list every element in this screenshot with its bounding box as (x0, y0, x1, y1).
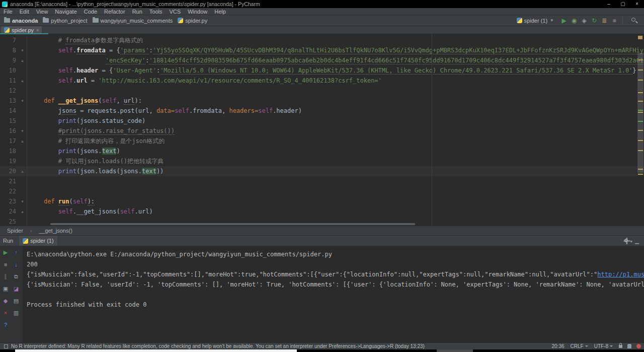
code-line-13[interactable]: 13▾ def __get_jsons(self, url): (0, 96, 644, 106)
vertical-scrollbar-thumb[interactable] (637, 53, 643, 173)
code-line-20[interactable]: 20▴ print(json.loads(jsons.text)) (0, 166, 644, 176)
console-link[interactable]: http://p1.music.126.net/Ver (597, 271, 644, 278)
code-line-8[interactable]: 8▾ self.fromdata = {'params':'YjS5yoSSOq… (0, 45, 644, 55)
stripe-mark[interactable] (638, 110, 643, 111)
encoding-widget[interactable]: UTF-8 (594, 343, 613, 349)
fold-down-icon[interactable]: ▾ (18, 96, 27, 106)
gear-icon[interactable]: ▼ (623, 238, 630, 244)
show-console-icon[interactable]: ▣ (2, 285, 10, 293)
stripe-mark[interactable] (638, 101, 643, 102)
help-icon[interactable]: ? (2, 321, 10, 329)
console-output[interactable]: E:\anaconda\python.exe E:/anaconda/pytho… (24, 246, 644, 342)
menu-item-tools[interactable]: Tools (146, 9, 166, 15)
menu-item-view[interactable]: View (33, 9, 52, 15)
line-number[interactable]: 7 (0, 35, 18, 45)
code-line-9[interactable]: 9▴ 'encSecKey':'18814e5f4cff52d9083596b6… (0, 55, 644, 65)
line-number[interactable]: 13 (0, 96, 18, 106)
line-number[interactable]: 10 (0, 65, 18, 76)
inspection-indicator[interactable] (638, 36, 642, 39)
line-separator-widget[interactable]: CRLF (571, 343, 588, 349)
attach-debugger-icon[interactable]: ◆ (2, 297, 10, 305)
debug-button[interactable]: ◉ (569, 16, 579, 26)
concurrency-diagram-button[interactable]: ≣ (599, 16, 609, 26)
close-button[interactable]: × (630, 0, 644, 8)
fold-up-icon[interactable]: ▴ (18, 206, 27, 217)
fold-down-icon[interactable]: ▾ (18, 45, 27, 55)
fold-down-icon[interactable]: ▾ (18, 196, 27, 206)
fold-up-icon[interactable]: ▴ (18, 55, 27, 65)
line-number[interactable]: 24 (0, 206, 18, 217)
stop-icon[interactable]: ■ (2, 260, 10, 268)
run-config-selector[interactable]: spider (1) ▼ (517, 18, 554, 24)
code-line-18[interactable]: 18 print(jsons.text) (0, 146, 644, 156)
stripe-mark[interactable] (638, 121, 643, 122)
code-line-19[interactable]: 19 # 可以用json.loads()把他转成字典 (0, 156, 644, 166)
line-number[interactable]: 8 (0, 45, 18, 55)
stripe-mark[interactable] (638, 112, 643, 113)
menu-item-edit[interactable]: Edit (16, 9, 33, 15)
code-line-14[interactable]: 14 jsons = requests.post(url, data=self.… (0, 106, 644, 116)
menu-item-code[interactable]: Code (80, 9, 101, 15)
hector-highlighting-icon[interactable] (627, 344, 631, 348)
notification-badge[interactable] (636, 344, 641, 348)
line-number[interactable]: 25 (0, 217, 18, 226)
line-number[interactable]: 21 (0, 176, 18, 186)
code-line-16[interactable]: 16▾ #print(jsons.raise_for_status()) (0, 126, 644, 136)
rerun-icon[interactable]: ▶ (2, 248, 10, 256)
maximize-button[interactable]: ▢ (616, 0, 630, 8)
line-number[interactable]: 16 (0, 126, 18, 136)
line-number[interactable]: 9 (0, 55, 18, 65)
menu-item-file[interactable]: File (0, 9, 16, 15)
code-line-11[interactable]: 11▴ self.url = 'http://music.163.com/wea… (0, 76, 644, 86)
fold-up-icon[interactable]: ▴ (18, 76, 27, 86)
minimize-button[interactable]: – (602, 0, 616, 8)
hide-tool-window-icon[interactable]: ▁ (635, 238, 639, 244)
fold-down-icon[interactable]: ▾ (18, 126, 27, 136)
line-number[interactable]: 11 (0, 76, 18, 86)
code-line-17[interactable]: 17▴ # 打印返回来的内容，是个json格式的 (0, 136, 644, 146)
run-button[interactable]: ▶ (559, 16, 569, 26)
pin-tab-icon[interactable]: ◪ (12, 285, 20, 293)
menu-item-window[interactable]: Window (184, 9, 211, 15)
code-line-7[interactable]: 7 # fromdata参数是字典格式的 (0, 35, 644, 45)
line-number[interactable]: 15 (0, 116, 18, 126)
print-icon[interactable]: ▤ (12, 297, 20, 305)
profiler-button[interactable]: ↻ (589, 16, 599, 26)
status-message[interactable]: No R interpreter defined: Many R related… (11, 343, 425, 349)
line-number[interactable]: 18 (0, 146, 18, 156)
stripe-mark[interactable] (638, 80, 643, 81)
horizontal-scrollbar-thumb[interactable] (50, 223, 415, 225)
lock-icon[interactable] (619, 345, 622, 348)
breadcrumb-item-anaconda[interactable]: anaconda (4, 18, 38, 24)
code-line-10[interactable]: 10 self.header = {'User-Agent':'Mozilla/… (0, 65, 644, 76)
breadcrumb-method[interactable]: __get_jsons() (39, 228, 72, 234)
breadcrumb-item-python_project[interactable]: python_project (43, 18, 87, 24)
clear-all-icon[interactable]: ▥ (12, 309, 20, 317)
code-editor[interactable]: 7 # fromdata参数是字典格式的8▾ self.fromdata = {… (0, 34, 644, 226)
stop-button[interactable]: ■ (609, 16, 619, 26)
stripe-mark[interactable] (638, 140, 643, 141)
line-number[interactable]: 12 (0, 86, 18, 96)
menu-item-refactor[interactable]: Refactor (101, 9, 129, 15)
pause-output-icon[interactable]: ∥ (2, 272, 10, 280)
line-number[interactable]: 20 (0, 166, 18, 176)
tab-spider-py[interactable]: spider.py × (1, 26, 42, 34)
menu-item-navigate[interactable]: Navigate (51, 9, 80, 15)
code-line-12[interactable]: 12 (0, 86, 644, 96)
caret-position-widget[interactable]: 20:36 (552, 343, 565, 349)
restore-layout-icon[interactable]: ⧉ (12, 272, 20, 280)
breadcrumb-class[interactable]: Spider (7, 228, 23, 234)
breadcrumb-item-spider.py[interactable]: spider.py (178, 18, 207, 24)
code-line-21[interactable]: 21 (0, 176, 644, 186)
menu-item-help[interactable]: Help (211, 9, 229, 15)
line-number[interactable]: 22 (0, 186, 18, 196)
stripe-mark[interactable] (638, 130, 643, 131)
down-stack-trace-icon[interactable]: ↓ (12, 260, 20, 268)
stripe-mark[interactable] (638, 69, 643, 71)
run-tab-spider[interactable]: spider (1) (19, 236, 57, 246)
stripe-mark[interactable] (638, 59, 643, 60)
code-line-15[interactable]: 15 print(jsons.status_code) (0, 116, 644, 126)
fold-up-icon[interactable]: ▴ (18, 136, 27, 146)
coverage-button[interactable]: ◈ (579, 16, 589, 26)
search-everywhere-icon[interactable] (630, 16, 639, 25)
